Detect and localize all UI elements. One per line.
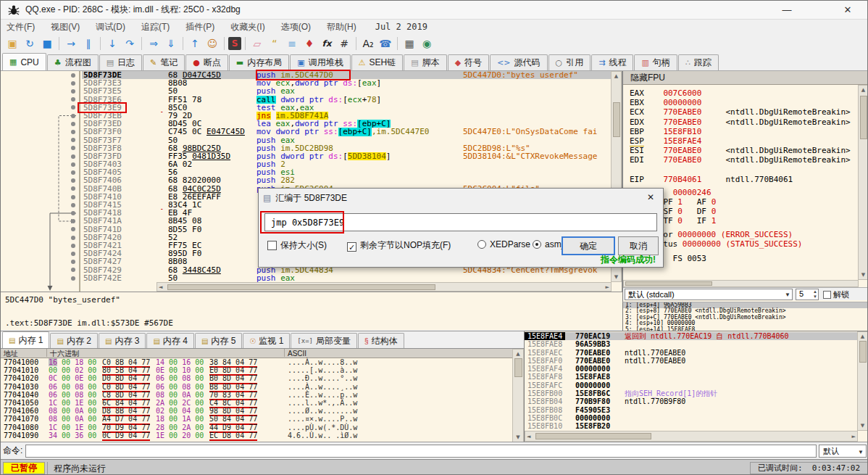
- scroll-down-icon[interactable]: ▼: [612, 274, 621, 280]
- breakpoint-dot[interactable]: [71, 89, 75, 94]
- tab-locals[interactable]: [x=]局部变量: [291, 333, 357, 348]
- registers-horizontal-scrollbar[interactable]: [623, 280, 859, 287]
- arguments-pane[interactable]: 1: [esp+4] 96A59BB32: [esp+8] 770EABE0 <…: [622, 302, 868, 331]
- disasm-row[interactable]: 5D8F74036A 02push 2: [82, 160, 612, 168]
- scroll-down-icon[interactable]: ▼: [859, 272, 868, 278]
- tab-dump-3[interactable]: ▤内存 3: [99, 333, 146, 348]
- stack-horizontal-scrollbar[interactable]: ◄ ►: [525, 431, 858, 442]
- label-icon[interactable]: ≡: [284, 36, 300, 51]
- unlock-checkbox[interactable]: 解锁: [823, 289, 849, 300]
- menu-item[interactable]: 选项(O): [281, 21, 311, 33]
- menu-item[interactable]: 调试(D): [96, 21, 125, 33]
- dump-row[interactable]: 770410501C 00 1E 006C 84 04 772A 00 2C 0…: [1, 399, 512, 407]
- menu-item[interactable]: 插件(P): [185, 21, 214, 33]
- scroll-thumb[interactable]: [625, 281, 712, 286]
- disasm-horizontal-scrollbar[interactable]: ◄ ►: [157, 282, 612, 292]
- calculator-icon[interactable]: ▦: [401, 36, 417, 51]
- run-to-user-code-icon[interactable]: ⇓: [163, 36, 179, 51]
- dump-row[interactable]: 7704106008 00 0A 00D8 8B 04 7702 00 04 0…: [1, 407, 512, 415]
- menu-item[interactable]: 视图(V): [51, 21, 80, 33]
- assemble-instruction-input[interactable]: [264, 213, 657, 231]
- tab-dump-5[interactable]: ▤内存 5: [195, 333, 242, 348]
- scroll-up-icon[interactable]: ▲: [859, 87, 868, 93]
- stack-row[interactable]: 15E8FAFC00000000: [525, 381, 858, 389]
- menu-item[interactable]: 文件(F): [7, 21, 35, 33]
- scroll-thumb[interactable]: [514, 358, 522, 377]
- registers-vertical-scrollbar[interactable]: ▲ ▼: [858, 85, 868, 280]
- title-bar[interactable]: QQ.exe - PID: 268C - 模块: im.dll - 线程: 25…: [1, 1, 868, 20]
- disasm-row[interactable]: 5D8F740556push esi: [82, 168, 612, 176]
- attach-icon[interactable]: ☺: [204, 36, 220, 51]
- calling-convention-select[interactable]: 默认 (stdcall) ▼: [625, 289, 793, 300]
- breakpoint-dot[interactable]: [71, 73, 75, 78]
- function-icon[interactable]: ♦: [301, 36, 317, 51]
- scroll-down-icon[interactable]: ▼: [858, 423, 867, 429]
- breakpoint-dot[interactable]: [71, 195, 75, 199]
- stop-icon[interactable]: ■: [39, 36, 55, 51]
- assemble-dialog[interactable]: ▤ 汇编于 5D8F73DE ✕ 保持大小(S) ✓剩余字节以NOP填充(F) …: [258, 188, 664, 268]
- stack-row[interactable]: 15E8FAF0770EABE0ntdll.770EABE0: [525, 357, 858, 365]
- tab-script[interactable]: ▤脚本: [404, 54, 446, 70]
- dump-row[interactable]: 770410200C 00 0E 00D0 8D 04 7706 00 08 0…: [1, 374, 512, 382]
- tab-struct[interactable]: §结构体: [358, 333, 404, 348]
- scroll-thumb[interactable]: [535, 433, 651, 439]
- hash-icon[interactable]: #: [336, 36, 352, 51]
- stack-row[interactable]: 15E8FAF400000000: [525, 365, 858, 373]
- breakpoint-dot[interactable]: [71, 276, 75, 281]
- breakpoint-dot[interactable]: [71, 122, 75, 126]
- disasm-row[interactable]: 5D8F73ED8D45 0Clea eax,dword ptr ss:[ebp…: [82, 120, 612, 128]
- fx-icon[interactable]: fx: [319, 36, 335, 51]
- dump-row[interactable]: 770410801C 00 1E 0070 D9 04 7728 00 2A 0…: [1, 424, 512, 431]
- menu-item[interactable]: 收藏夹(I): [230, 21, 264, 33]
- disasm-row[interactable]: 5D8F73F0C745 0C E047C45Dmov dword ptr ss…: [82, 128, 612, 136]
- tab-call-stack[interactable]: ▣调用堆栈: [290, 54, 350, 70]
- breakpoint-dot[interactable]: [71, 114, 75, 118]
- stack-row[interactable]: 15E8FB1015E8FB20: [525, 422, 858, 430]
- disasm-row[interactable]: 5D8F73FDFF35 0481D35Dpush dword ptr ds:[…: [82, 152, 612, 160]
- stack-row[interactable]: 15E8FB0C00000000: [525, 414, 858, 422]
- disasm-row[interactable]: 5D8F73EBˇ79 2Djns im.5D8F741A: [82, 112, 612, 120]
- stack-row[interactable]: 15E8FAEC770EABE0ntdll.770EABE0: [525, 349, 858, 357]
- cancel-button[interactable]: 取消: [618, 236, 659, 255]
- command-input[interactable]: [25, 445, 817, 458]
- restart-icon[interactable]: ↻: [22, 36, 38, 51]
- tab-source[interactable]: <>源代码: [490, 54, 547, 70]
- breakpoint-dot[interactable]: [71, 170, 75, 175]
- scroll-right-icon[interactable]: ►: [852, 434, 856, 439]
- scylla-icon[interactable]: S: [228, 37, 241, 50]
- tab-symbols[interactable]: ◆符号: [448, 54, 489, 70]
- memory-dump-pane[interactable]: 地址 十六进制 ASCII 7704100016 00 18 00C0 8B 0…: [1, 348, 524, 442]
- breakpoint-dot[interactable]: [71, 162, 75, 167]
- dialog-close-icon[interactable]: ✕: [638, 189, 663, 207]
- breakpoint-dot[interactable]: [71, 203, 75, 207]
- scroll-left-icon[interactable]: ◄: [159, 284, 162, 290]
- patch-icon[interactable]: ▱: [249, 36, 265, 51]
- tab-cpu[interactable]: ▦CPU: [2, 53, 46, 70]
- disasm-row[interactable]: 5D8F73DE68 D047C45Dpush im.5DC447D05DC44…: [82, 71, 612, 79]
- breakpoint-dot[interactable]: [71, 244, 75, 248]
- fill-nop-checkbox[interactable]: ✓剩余字节以NOP填充(F): [347, 239, 451, 252]
- tab-threads[interactable]: ⇉线程: [591, 54, 633, 70]
- xedparse-radio[interactable]: XEDParse: [477, 239, 530, 249]
- scroll-down-icon[interactable]: ▼: [513, 434, 523, 440]
- open-file-icon[interactable]: ▣: [4, 36, 20, 51]
- execute-till-return-icon[interactable]: ⇒: [146, 36, 162, 51]
- comment-icon[interactable]: “: [267, 36, 283, 51]
- stack-pane[interactable]: 15E8FAE4770EAC19返回到 ntdll.770EAC19 自 ntd…: [524, 331, 868, 442]
- tab-trace[interactable]: ∴跟踪: [678, 54, 719, 70]
- scroll-thumb[interactable]: [167, 284, 435, 290]
- register-row[interactable]: EDX 770EABE0 <ntdll.DbgUiRemoteBreakin>: [630, 117, 851, 127]
- tab-memory-map[interactable]: ▬内存布局: [229, 54, 289, 70]
- menu-item[interactable]: 追踪(T): [141, 21, 170, 33]
- disasm-row[interactable]: 5D8F73E985C0test eax,eax: [82, 104, 612, 112]
- dump-row[interactable]: 7704107008 00 0A 00A4 D7 04 7718 00 1A 0…: [1, 415, 512, 423]
- command-dropdown[interactable]: 默认 ▼: [819, 445, 867, 458]
- scroll-up-icon[interactable]: ▲: [858, 334, 867, 339]
- register-row[interactable]: ESI 770EABE0 <ntdll.DbgUiRemoteBreakin>: [630, 146, 851, 155]
- tab-handles[interactable]: ▥句柄: [634, 54, 677, 70]
- tab-log[interactable]: ▤日志: [99, 54, 142, 70]
- menu-item[interactable]: 帮助(H): [327, 21, 356, 33]
- tab-dump-4[interactable]: ▤内存 4: [146, 333, 193, 348]
- dump-row[interactable]: 7704109034 00 36 000C D9 04 771E 00 20 0…: [1, 431, 512, 439]
- argument-depth-stepper[interactable]: 5 ▲▼: [796, 289, 819, 300]
